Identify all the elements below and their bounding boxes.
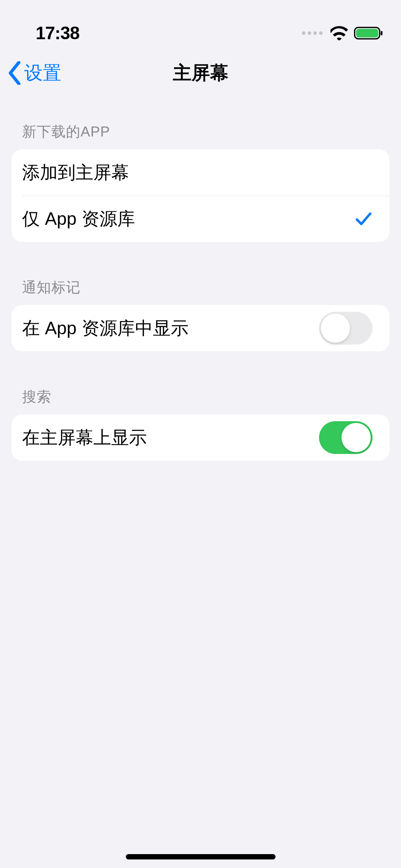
cellular-icon xyxy=(302,31,323,35)
row-app-library-only[interactable]: 仅 App 资源库 xyxy=(11,196,390,242)
status-time: 17:38 xyxy=(36,23,79,43)
row-show-on-home: 在主屏幕上显示 xyxy=(11,414,390,461)
back-button[interactable]: 设置 xyxy=(8,61,61,86)
home-indicator[interactable] xyxy=(126,854,276,859)
row-label: 在主屏幕上显示 xyxy=(22,426,147,450)
row-label: 添加到主屏幕 xyxy=(22,161,129,185)
chevron-left-icon xyxy=(8,61,21,85)
svg-rect-1 xyxy=(356,29,378,37)
list: 添加到主屏幕 仅 App 资源库 xyxy=(11,149,390,242)
status-indicators xyxy=(302,26,383,40)
battery-icon xyxy=(354,26,383,40)
row-label: 在 App 资源库中显示 xyxy=(22,316,189,340)
list: 在主屏幕上显示 xyxy=(11,414,390,461)
toggle-show-in-app-library[interactable] xyxy=(319,312,372,345)
back-label: 设置 xyxy=(24,61,61,86)
section-header: 新下载的APP xyxy=(0,122,401,149)
svg-rect-2 xyxy=(381,31,382,35)
wifi-icon xyxy=(330,26,349,40)
section-notification-badges: 通知标记 在 App 资源库中显示 xyxy=(0,278,401,351)
toggle-knob xyxy=(321,314,350,343)
list: 在 App 资源库中显示 xyxy=(11,305,390,351)
toggle-show-on-home[interactable] xyxy=(319,421,372,454)
toggle-knob xyxy=(341,423,371,452)
row-add-to-home[interactable]: 添加到主屏幕 xyxy=(11,149,390,196)
section-new-downloads: 新下载的APP 添加到主屏幕 仅 App 资源库 xyxy=(0,122,401,242)
section-header: 通知标记 xyxy=(0,278,401,305)
row-show-in-app-library: 在 App 资源库中显示 xyxy=(11,305,390,351)
section-header: 搜索 xyxy=(0,387,401,414)
checkmark-icon xyxy=(355,210,372,228)
row-label: 仅 App 资源库 xyxy=(22,207,135,231)
status-bar: 17:38 xyxy=(0,0,401,50)
nav-bar: 设置 主屏幕 xyxy=(0,50,401,96)
section-search: 搜索 在主屏幕上显示 xyxy=(0,387,401,461)
